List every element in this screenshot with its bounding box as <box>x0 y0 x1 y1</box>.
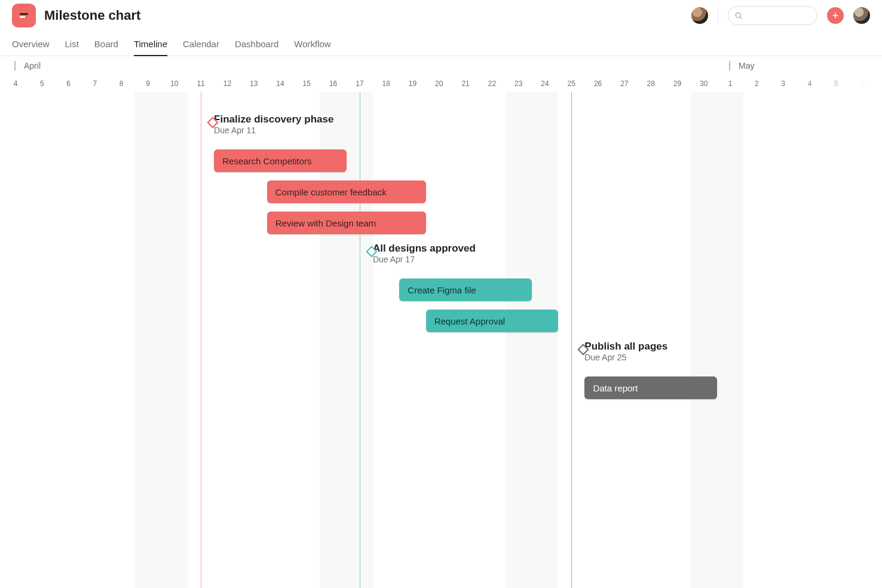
task-bar[interactable]: Compile customer feedback <box>267 180 426 203</box>
milestone[interactable]: Publish all pagesDue Apr 25 <box>584 341 667 362</box>
day-number: 1 <box>717 79 743 88</box>
day-number: 26 <box>584 79 611 88</box>
day-number: 21 <box>452 79 479 88</box>
day-number: 8 <box>108 79 134 88</box>
tab-workflow[interactable]: Workflow <box>294 31 330 56</box>
page-title: Milestone chart <box>44 8 140 23</box>
day-number: 28 <box>638 79 664 88</box>
day-number: 17 <box>347 79 373 88</box>
task-bar[interactable]: Request Approval <box>426 310 559 332</box>
svg-rect-0 <box>20 13 28 15</box>
day-number: 9 <box>134 79 161 88</box>
milestone[interactable]: All designs approvedDue Apr 17 <box>373 243 476 264</box>
day-number: 20 <box>426 79 452 88</box>
tab-calendar[interactable]: Calendar <box>183 31 219 56</box>
topbar: Milestone chart <box>0 0 882 31</box>
task-bar[interactable]: Data report <box>584 376 717 399</box>
days-row: 4567891011121314151617181920212223242526… <box>0 78 882 92</box>
search-box[interactable] <box>728 6 817 25</box>
day-number: 19 <box>399 79 425 88</box>
day-number: 3 <box>770 79 797 88</box>
milestone-icon <box>206 116 219 129</box>
milestone-due: Due Apr 25 <box>584 353 667 362</box>
day-number: 5 <box>29 79 55 88</box>
day-number: 2 <box>743 79 770 88</box>
day-number: 30 <box>691 79 717 88</box>
day-number: 27 <box>611 79 638 88</box>
timeline-view: AprilMay 4567891011121314151617181920212… <box>0 56 882 588</box>
day-number: 18 <box>373 79 399 88</box>
task-bar[interactable]: Review with Design team <box>267 212 426 234</box>
day-number: 12 <box>214 79 240 88</box>
day-number: 14 <box>267 79 293 88</box>
day-number: 24 <box>532 79 558 88</box>
divider <box>718 7 718 24</box>
day-number: 10 <box>161 79 188 88</box>
search-icon <box>734 11 743 20</box>
milestone[interactable]: Finalize discovery phaseDue Apr 11 <box>214 114 333 135</box>
logo-icon <box>18 10 30 22</box>
day-number: 13 <box>241 79 267 88</box>
day-number: 22 <box>479 79 505 88</box>
svg-point-2 <box>736 13 740 17</box>
day-number: 29 <box>664 79 690 88</box>
milestone-icon <box>577 343 590 356</box>
day-number: 6 <box>849 79 875 88</box>
timeline-content[interactable]: Finalize discovery phaseDue Apr 11Resear… <box>0 92 882 588</box>
svg-rect-1 <box>20 16 25 18</box>
day-number: 25 <box>558 79 584 88</box>
task-bar[interactable]: Create Figma file <box>399 278 532 301</box>
milestone-due: Due Apr 11 <box>214 125 333 135</box>
task-bar[interactable]: Research Competitors <box>214 149 347 172</box>
month-row: AprilMay <box>0 56 882 78</box>
add-button[interactable] <box>827 7 844 24</box>
month-label: April <box>14 61 41 71</box>
milestone-due: Due Apr 17 <box>373 255 476 264</box>
milestone-title: Finalize discovery phase <box>214 114 333 125</box>
day-number: 7 <box>82 79 108 88</box>
milestone-icon <box>365 245 378 258</box>
day-number: 6 <box>55 79 81 88</box>
svg-line-3 <box>740 17 742 19</box>
member-avatar-1[interactable] <box>691 7 708 24</box>
day-number: 11 <box>188 79 214 88</box>
user-avatar[interactable] <box>853 7 870 24</box>
app-logo <box>12 4 36 27</box>
day-number: 15 <box>293 79 320 88</box>
tab-overview[interactable]: Overview <box>12 31 50 56</box>
topbar-right <box>691 6 870 25</box>
day-number: 5 <box>823 79 849 88</box>
view-tabs: OverviewListBoardTimelineCalendarDashboa… <box>0 31 882 56</box>
tab-list[interactable]: List <box>65 31 79 56</box>
milestone-title: All designs approved <box>373 243 476 255</box>
month-label: May <box>729 61 754 71</box>
day-number: 16 <box>320 79 346 88</box>
day-number: 4 <box>2 79 29 88</box>
search-input[interactable] <box>746 7 811 24</box>
day-number: 23 <box>506 79 532 88</box>
day-number: 4 <box>797 79 823 88</box>
tab-timeline[interactable]: Timeline <box>134 31 167 56</box>
milestone-title: Publish all pages <box>584 341 667 353</box>
tab-board[interactable]: Board <box>94 31 118 56</box>
tab-dashboard[interactable]: Dashboard <box>235 31 278 56</box>
plus-icon <box>831 11 840 20</box>
